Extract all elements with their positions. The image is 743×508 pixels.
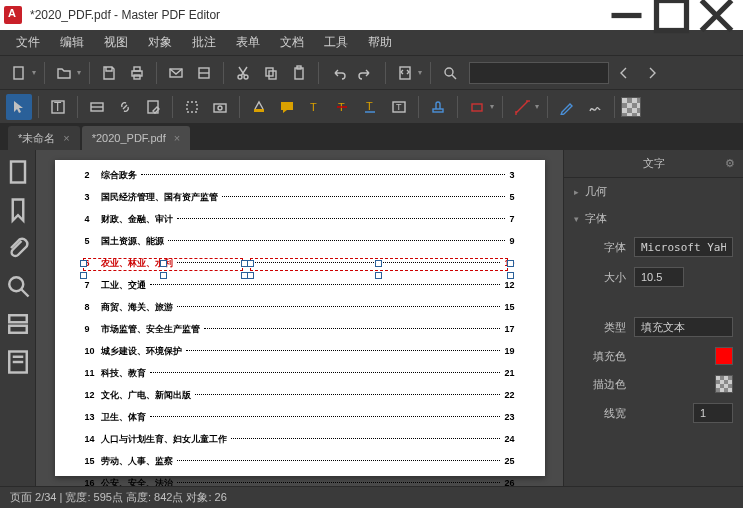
menu-edit[interactable]: 编辑 [50, 30, 94, 55]
type-select[interactable] [634, 317, 733, 337]
menu-object[interactable]: 对象 [138, 30, 182, 55]
toc-line[interactable]: 14人口与计划生育、妇女儿童工作24 [85, 433, 515, 446]
toc-line[interactable]: 10城乡建设、环境保护19 [85, 345, 515, 358]
font-size-input[interactable] [634, 267, 684, 287]
svg-rect-7 [134, 75, 140, 79]
fit-page-button[interactable] [392, 60, 418, 86]
svg-rect-25 [187, 102, 197, 112]
toc-line[interactable]: 3国民经济管理、国有资产监管5 [85, 191, 515, 204]
sign-tool[interactable] [582, 94, 608, 120]
snapshot-tool[interactable] [207, 94, 233, 120]
window-title: *2020_PDF.pdf - Master PDF Editor [30, 8, 604, 22]
link-tool[interactable] [112, 94, 138, 120]
menu-help[interactable]: 帮助 [358, 30, 402, 55]
toc-dots [177, 460, 501, 461]
document-view[interactable]: 2综合政务33国民经济管理、国有资产监管54财政、金融、审计75国土资源、能源9… [36, 150, 563, 486]
fill-color-swatch[interactable] [715, 347, 733, 365]
cut-button[interactable] [230, 60, 256, 86]
search-prev-button[interactable] [611, 60, 637, 86]
menu-forms[interactable]: 表单 [226, 30, 270, 55]
signatures-panel-button[interactable] [4, 348, 32, 376]
undo-button[interactable] [325, 60, 351, 86]
close-icon[interactable]: × [63, 132, 69, 144]
color-picker[interactable] [621, 97, 641, 117]
marquee-tool[interactable] [179, 94, 205, 120]
close-button[interactable] [694, 0, 739, 30]
toc-line[interactable]: 9市场监管、安全生产监管17 [85, 323, 515, 336]
stamp-tool[interactable] [425, 94, 451, 120]
shape-rect-tool[interactable] [464, 94, 490, 120]
toc-line[interactable]: 5国土资源、能源9 [85, 235, 515, 248]
toc-page-number: 17 [504, 324, 514, 334]
menu-view[interactable]: 视图 [94, 30, 138, 55]
open-file-button[interactable] [51, 60, 77, 86]
paste-button[interactable] [286, 60, 312, 86]
select-tool[interactable] [6, 94, 32, 120]
stroke-color-swatch[interactable] [715, 375, 733, 393]
toc-dots [150, 284, 501, 285]
copy-button[interactable] [258, 60, 284, 86]
toc-line[interactable]: 12文化、广电、新闻出版22 [85, 389, 515, 402]
close-icon[interactable]: × [174, 132, 180, 144]
text-highlight-tool[interactable]: T [302, 94, 328, 120]
underline-tool[interactable]: T [358, 94, 384, 120]
section-geometry[interactable]: 几何 [564, 178, 743, 205]
search-next-button[interactable] [639, 60, 665, 86]
new-file-button[interactable] [6, 60, 32, 86]
menu-file[interactable]: 文件 [6, 30, 50, 55]
search-input[interactable] [469, 62, 609, 84]
toc-line[interactable]: 8商贸、海关、旅游15 [85, 301, 515, 314]
toc-text: 文化、广电、新闻出版 [101, 389, 191, 402]
linewidth-input[interactable] [693, 403, 733, 423]
menu-tools[interactable]: 工具 [314, 30, 358, 55]
font-family-input[interactable] [634, 237, 733, 257]
toc-line[interactable]: 13卫生、体育23 [85, 411, 515, 424]
note-tool[interactable] [274, 94, 300, 120]
toc-line[interactable]: 11科技、教育21 [85, 367, 515, 380]
edit-text-tool[interactable]: T [45, 94, 71, 120]
maximize-button[interactable] [649, 0, 694, 30]
toc-line[interactable]: 4财政、金融、审计7 [85, 213, 515, 226]
highlight-tool[interactable] [246, 94, 272, 120]
attachments-panel-button[interactable] [4, 234, 32, 262]
svg-rect-37 [472, 104, 482, 111]
svg-rect-1 [657, 0, 687, 30]
edit-doc-tool[interactable] [140, 94, 166, 120]
toc-dots [186, 350, 501, 351]
toc-text: 劳动、人事、监察 [101, 455, 173, 468]
measure-tool[interactable] [509, 94, 535, 120]
bookmarks-panel-button[interactable] [4, 196, 32, 224]
scan-button[interactable] [191, 60, 217, 86]
pencil-tool[interactable] [554, 94, 580, 120]
strike-tool[interactable]: T [330, 94, 356, 120]
layers-panel-button[interactable] [4, 310, 32, 338]
text-box-tool[interactable]: T [386, 94, 412, 120]
toc-line[interactable]: 15劳动、人事、监察25 [85, 455, 515, 468]
print-button[interactable] [124, 60, 150, 86]
edit-form-tool[interactable] [84, 94, 110, 120]
toc-number: 8 [85, 302, 101, 312]
toc-page-number: 22 [504, 390, 514, 400]
svg-point-27 [218, 106, 222, 110]
tab-document[interactable]: *2020_PDF.pdf × [82, 126, 190, 150]
thumbnails-panel-button[interactable] [4, 158, 32, 186]
toc-line[interactable]: 2综合政务3 [85, 169, 515, 182]
section-font[interactable]: 字体 [564, 205, 743, 232]
menu-annotate[interactable]: 批注 [182, 30, 226, 55]
toc-dots [177, 482, 501, 483]
toc-line[interactable]: 7工业、交通12 [85, 279, 515, 292]
toolbar-tools: T T T T T ▾ ▾ [0, 90, 743, 124]
toc-page-number: 25 [504, 456, 514, 466]
tab-untitled[interactable]: *未命名 × [8, 126, 80, 150]
search-panel-button[interactable] [4, 272, 32, 300]
toc-text: 财政、金融、审计 [101, 213, 173, 226]
toc-line[interactable]: 6农业、林业、水利10 [85, 257, 515, 270]
redo-button[interactable] [353, 60, 379, 86]
panel-options-icon[interactable]: ⚙ [725, 157, 735, 170]
save-button[interactable] [96, 60, 122, 86]
page-canvas[interactable]: 2综合政务33国民经济管理、国有资产监管54财政、金融、审计75国土资源、能源9… [55, 160, 545, 476]
minimize-button[interactable] [604, 0, 649, 30]
toc-line[interactable]: 16公安、安全、法治26 [85, 477, 515, 486]
email-button[interactable] [163, 60, 189, 86]
menu-document[interactable]: 文档 [270, 30, 314, 55]
